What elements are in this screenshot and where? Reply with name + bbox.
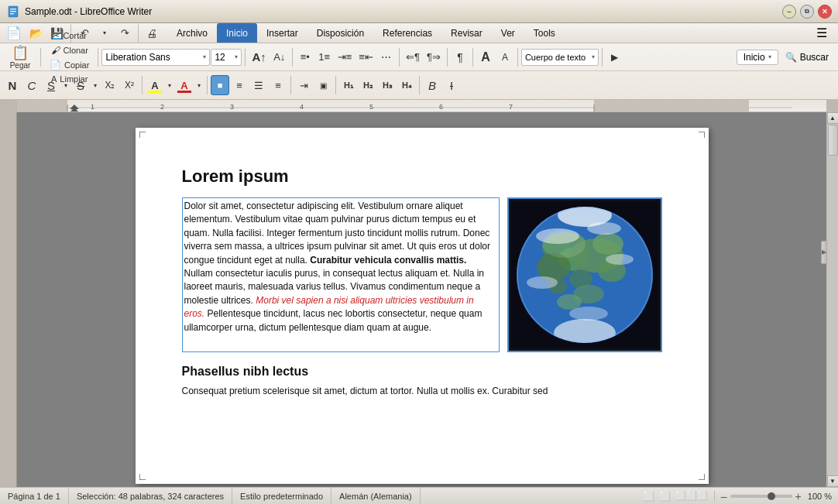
corner-mark-bl xyxy=(139,474,146,480)
menu-item-referencias[interactable]: Referencias xyxy=(373,23,441,43)
ltr-button[interactable]: ⇐¶ xyxy=(403,47,423,67)
sidebar-toggle-button[interactable]: ▶ xyxy=(821,241,827,264)
inicio-button[interactable]: Inicio ▾ xyxy=(737,50,778,65)
view-icons-group[interactable]: ⬜⬜⬜ xyxy=(675,491,708,501)
earth-image xyxy=(511,201,658,348)
underline-button[interactable]: S xyxy=(42,75,60,95)
strikethrough-button[interactable]: S xyxy=(71,75,90,95)
menu-item-archivo[interactable]: Archivo xyxy=(167,23,217,43)
list-outdent-button[interactable]: ≡⇤ xyxy=(355,47,376,67)
align-right-button[interactable]: ≡ xyxy=(269,75,287,95)
scrollbar-thumb[interactable] xyxy=(828,125,838,156)
svg-rect-5 xyxy=(17,100,67,111)
ordered-list-button[interactable]: 1≡ xyxy=(315,47,334,67)
grow-font-button[interactable]: A↑ xyxy=(249,47,269,67)
highlight-color-button[interactable]: A xyxy=(146,75,164,95)
indent-button[interactable]: ⇥ xyxy=(294,75,313,95)
bold-button[interactable]: N xyxy=(3,75,22,95)
web-layout-button[interactable]: ⬜ xyxy=(659,491,671,502)
highlight-dropdown[interactable]: ▾ xyxy=(165,75,174,95)
h2-button[interactable]: H₂ xyxy=(359,75,377,95)
font-name-selector[interactable]: Liberation Sans ▾ xyxy=(101,49,210,66)
menu-item-tools[interactable]: Tools xyxy=(524,23,565,43)
toolbar-area: 📋 Pegar ✂ Cortar 🖌 Clonar 📄 Copiar A Lim… xyxy=(0,43,838,100)
minimize-button[interactable]: – xyxy=(782,5,796,19)
svg-point-36 xyxy=(606,254,634,265)
font-color-dropdown[interactable]: ▾ xyxy=(194,75,204,95)
unordered-list-button[interactable]: ≡• xyxy=(296,47,314,67)
zoom-area: – + 100 % xyxy=(715,490,838,502)
cut-button[interactable]: ✂ Cortar xyxy=(44,29,94,43)
buscar-button[interactable]: 🔍 Buscar xyxy=(779,50,835,64)
font-color-button[interactable]: A xyxy=(175,75,194,95)
font-size-large-button[interactable]: A xyxy=(476,47,495,67)
print-layout-button[interactable]: ⬜ xyxy=(643,491,654,502)
svg-text:2: 2 xyxy=(160,103,164,111)
font-size-small-button[interactable]: A xyxy=(496,47,514,67)
menu-item-insertar[interactable]: Insertar xyxy=(257,23,307,43)
window-title: Sample.odt - LibreOffice Writer xyxy=(25,6,782,17)
svg-point-26 xyxy=(592,233,623,255)
active-highlight-button[interactable]: ■ xyxy=(211,75,229,95)
document-image-earth xyxy=(507,197,662,352)
scroll-area[interactable]: Lorem ipsum Dolor sit amet, consectetur … xyxy=(17,112,826,487)
italic2-button[interactable]: B xyxy=(423,75,441,95)
document-text-block[interactable]: Dolor sit amet, consectetur adipiscing e… xyxy=(182,197,500,352)
new-file-button[interactable]: 📄 xyxy=(3,23,25,43)
h1-button[interactable]: H₁ xyxy=(339,75,358,95)
view-icons: ⬜ ⬜ ⬜⬜⬜ xyxy=(637,491,715,502)
h3-button[interactable]: H₃ xyxy=(378,75,397,95)
shrink-font-button[interactable]: A↓ xyxy=(270,47,289,67)
corner-mark-tl xyxy=(139,132,146,138)
print-button[interactable]: 🖨 xyxy=(143,23,161,43)
zoom-out-button[interactable]: – xyxy=(721,490,727,502)
toolbar2: N C S ▾ S ▾ X₂ X² A ▾ A ▾ ■ ≡ ☰ ≡ ⇥ ▣ xyxy=(0,71,838,99)
style-selector[interactable]: Cuerpo de texto ▾ xyxy=(521,49,599,66)
close-button[interactable]: ✕ xyxy=(818,5,832,19)
svg-rect-3 xyxy=(10,13,14,15)
toolbar1: 📋 Pegar ✂ Cortar 🖌 Clonar 📄 Copiar A Lim… xyxy=(0,43,838,71)
undo-dropdown[interactable]: ▾ xyxy=(95,23,114,43)
align-center-button[interactable]: ☰ xyxy=(249,75,268,95)
superscript-button[interactable]: X² xyxy=(120,75,139,95)
paragraph-mark-button[interactable]: ¶ xyxy=(451,47,469,67)
zoom-track[interactable] xyxy=(730,495,792,498)
align-left-button[interactable]: ≡ xyxy=(230,75,249,95)
zoom-in-button[interactable]: + xyxy=(795,490,802,502)
scroll-down-button[interactable]: ▼ xyxy=(827,475,839,487)
zoom-thumb[interactable] xyxy=(768,492,775,500)
statusbar: Página 1 de 1 Selección: 48 palabras, 32… xyxy=(0,487,838,504)
strikethrough-dropdown[interactable]: ▾ xyxy=(91,75,100,95)
list-indent-button[interactable]: ⇥≡ xyxy=(335,47,355,67)
subscript-button[interactable]: X₂ xyxy=(101,75,119,95)
svg-rect-1 xyxy=(10,9,16,10)
strikethrough2-button[interactable]: I xyxy=(442,75,461,95)
scroll-up-button[interactable]: ▲ xyxy=(827,112,839,124)
menu-item-disposicion[interactable]: Disposición xyxy=(307,23,373,43)
style-info: Estilo predeterminado xyxy=(232,488,331,504)
redo-button[interactable]: ↷ xyxy=(115,23,134,43)
language-info: Alemán (Alemania) xyxy=(331,488,421,504)
rtl-button[interactable]: ¶⇒ xyxy=(424,47,444,67)
scrollbar-track[interactable] xyxy=(827,124,838,475)
menu-item-inicio[interactable]: Inicio xyxy=(217,23,257,43)
svg-point-40 xyxy=(542,230,586,258)
menu-item-ver[interactable]: Ver xyxy=(492,23,524,43)
h4-button[interactable]: H₄ xyxy=(397,75,416,95)
open-file-button[interactable]: 📂 xyxy=(26,23,46,43)
menu-expand-button[interactable]: ☰ xyxy=(809,23,835,43)
window-controls: – ⧉ ✕ xyxy=(782,5,832,19)
menu-item-revisar[interactable]: Revisar xyxy=(441,23,492,43)
underline-dropdown[interactable]: ▾ xyxy=(61,75,70,95)
italic-button[interactable]: C xyxy=(22,75,41,95)
more-button[interactable]: ▶ xyxy=(606,47,624,67)
paste-button[interactable]: 📋 Pegar xyxy=(3,47,37,67)
outline-button[interactable]: ▣ xyxy=(314,75,332,95)
copy-button[interactable]: 📄 Copiar xyxy=(44,58,94,72)
svg-point-38 xyxy=(569,307,608,321)
font-size-selector[interactable]: 12 ▾ xyxy=(211,49,242,66)
clone-button[interactable]: 🖌 Clonar xyxy=(44,43,94,57)
zoom-level: 100 % xyxy=(808,492,832,501)
maximize-button[interactable]: ⧉ xyxy=(800,5,814,19)
list-extra-button[interactable]: ⋯ xyxy=(377,47,396,67)
